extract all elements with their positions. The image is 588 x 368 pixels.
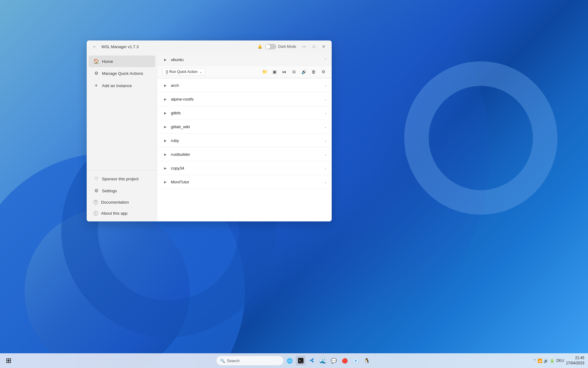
title-bar: ← WSL Manager v1.7.3 🔔 Dark Mode — □ ✕ (87, 40, 332, 53)
run-quick-action-button[interactable]: {} Run Quick Action⌄ (162, 68, 205, 75)
instance-header-ruby[interactable]: ▶ruby⌄ (157, 134, 332, 147)
home-icon: 🏠 (93, 59, 99, 64)
play-icon-MoniTutor[interactable]: ▶ (162, 179, 168, 185)
chevron-icon-gitlab_wiki[interactable]: ⌄ (324, 125, 327, 128)
chevron-icon-arch[interactable]: ⌄ (324, 84, 327, 87)
instance-row-copy34: ▶copy34⌄ (157, 161, 332, 175)
instance-row-arch: ▶arch⌄ (157, 79, 332, 92)
sidebar-item-manage-quick-actions-label: Manage Quick Actions (102, 71, 143, 76)
svg-marker-2 (311, 358, 314, 362)
svg-text:>_: >_ (299, 359, 303, 362)
quick-actions-icon: ⚙ (93, 71, 99, 76)
sidebar-item-add-instance-label: Add an Instance (102, 83, 132, 88)
system-clock[interactable]: 21:45 17/04/2023 (566, 355, 584, 366)
instance-header-gitlab_wiki[interactable]: ▶gitlab_wiki⌄ (157, 120, 332, 133)
taskbar-app-linux[interactable]: 🐧 (362, 356, 372, 366)
sidebar-item-about[interactable]: i About this app (89, 208, 155, 219)
sidebar-item-documentation[interactable]: ? Documentation (89, 197, 155, 208)
chevron-icon-alpine-rootfs[interactable]: ⌄ (324, 98, 327, 101)
chevron-icon-ubuntu[interactable]: ⌃ (324, 58, 327, 61)
play-icon-ruby[interactable]: ▶ (162, 137, 168, 144)
play-icon-rustbuilder[interactable]: ▶ (162, 151, 168, 157)
close-button[interactable]: ✕ (319, 42, 328, 51)
media-icon[interactable]: ⏮ (281, 68, 288, 75)
add-icon: + (93, 82, 99, 89)
taskbar-app-vscode[interactable] (307, 356, 317, 366)
toolbar-icons: 📁▣⏮⧉🔊🗑⚙ (261, 68, 327, 75)
instance-header-gitbfs[interactable]: ▶gitbfs⌄ (157, 106, 332, 120)
instance-row-rustbuilder: ▶rustbuilder⌄ (157, 148, 332, 161)
chevron-icon-gitbfs[interactable]: ⌄ (324, 111, 327, 115)
chevron-icon-MoniTutor[interactable]: ⌄ (324, 180, 327, 184)
taskbar-app-browser[interactable]: 🌐 (285, 356, 295, 366)
heart-icon: ♡ (93, 176, 99, 182)
instance-header-alpine-rootfs[interactable]: ▶alpine-rootfs⌄ (157, 92, 332, 106)
settings-instance-icon[interactable]: ⚙ (320, 68, 327, 75)
duplicate-icon[interactable]: ⧉ (291, 68, 297, 75)
clock-time: 21:45 (566, 355, 584, 361)
tray-language: DEU (556, 358, 564, 363)
tray-network-icon: 📶 (537, 358, 542, 363)
sidebar-item-about-label: About this app (101, 211, 127, 216)
audio-icon[interactable]: 🔊 (300, 68, 307, 75)
taskbar-app-mail[interactable]: 📧 (351, 356, 361, 366)
instance-header-copy34[interactable]: ▶copy34⌄ (157, 161, 332, 175)
notifications-button[interactable]: 🔔 (255, 42, 264, 51)
instance-name-copy34: copy34 (171, 166, 324, 171)
play-icon-gitbfs[interactable]: ▶ (162, 110, 168, 116)
sidebar-item-settings-label: Settings (102, 189, 117, 193)
app-window: ← WSL Manager v1.7.3 🔔 Dark Mode — □ ✕ 🏠 (87, 40, 332, 221)
instance-row-ruby: ▶ruby⌄ (157, 134, 332, 148)
system-tray: ⌃ 📶 🔊 🔋 DEU 21:45 17/04/2023 (533, 355, 584, 366)
instance-header-rustbuilder[interactable]: ▶rustbuilder⌄ (157, 148, 332, 161)
play-icon-ubuntu[interactable]: ▶ (162, 56, 168, 63)
docs-icon: ? (93, 200, 98, 205)
tray-icons: ⌃ 📶 🔊 🔋 (533, 358, 555, 363)
chevron-icon-ruby[interactable]: ⌄ (324, 139, 327, 142)
sidebar-item-add-instance[interactable]: + Add an Instance (89, 79, 155, 92)
sidebar-item-sponsor[interactable]: ♡ Sponsor this project (89, 173, 155, 185)
instance-name-alpine-rootfs: alpine-rootfs (171, 97, 324, 102)
instance-header-arch[interactable]: ▶arch⌄ (157, 79, 332, 92)
dark-mode-switch[interactable] (265, 44, 276, 49)
tray-battery-icon: 🔋 (550, 358, 555, 363)
search-icon: 🔍 (220, 358, 225, 363)
play-icon-copy34[interactable]: ▶ (162, 165, 168, 171)
title-bar-controls: 🔔 Dark Mode — □ ✕ (255, 42, 328, 51)
search-label: Search (227, 358, 239, 363)
tray-chevron[interactable]: ⌃ (533, 359, 536, 363)
search-bar[interactable]: 🔍 Search (216, 356, 284, 366)
sidebar-item-settings[interactable]: ⚙ Settings (89, 185, 155, 197)
delete-icon[interactable]: 🗑 (310, 68, 317, 75)
chevron-icon-copy34[interactable]: ⌄ (324, 167, 327, 170)
taskbar-app-teams[interactable]: 💬 (329, 356, 339, 366)
open-folder-icon[interactable]: 📁 (261, 68, 268, 75)
minimize-button[interactable]: — (300, 42, 308, 51)
dark-mode-label: Dark Mode (278, 44, 296, 49)
clock-date: 17/04/2023 (566, 361, 584, 366)
taskbar-app-terminal[interactable]: >_ (296, 356, 306, 366)
start-button[interactable]: ⊞ (4, 356, 13, 366)
chevron-icon-rustbuilder[interactable]: ⌄ (324, 153, 327, 156)
sidebar-item-home[interactable]: 🏠 Home (89, 56, 155, 67)
back-button[interactable]: ← (90, 42, 99, 51)
sidebar-item-manage-quick-actions[interactable]: ⚙ Manage Quick Actions (89, 67, 155, 79)
taskbar: ⊞ 🔍 Search 🌐 >_ 🌊 💬 🔴 📧 🐧 ⌃ 📶 🔊 🔋 DEU (0, 353, 588, 368)
instance-row-gitlab_wiki: ▶gitlab_wiki⌄ (157, 120, 332, 134)
instance-name-gitlab_wiki: gitlab_wiki (171, 125, 324, 129)
instance-header-MoniTutor[interactable]: ▶MoniTutor⌄ (157, 175, 332, 189)
play-icon-gitlab_wiki[interactable]: ▶ (162, 124, 168, 130)
instance-header-ubuntu[interactable]: ▶ubuntu⌃ (157, 53, 332, 66)
brackets-icon: {} (166, 70, 168, 74)
taskbar-right: ⌃ 📶 🔊 🔋 DEU 21:45 17/04/2023 (533, 355, 584, 366)
settings-icon: ⚙ (93, 188, 99, 194)
play-icon-arch[interactable]: ▶ (162, 82, 168, 88)
maximize-button[interactable]: □ (310, 42, 318, 51)
sidebar-item-sponsor-label: Sponsor this project (102, 177, 138, 181)
dark-mode-toggle[interactable]: Dark Mode (265, 44, 296, 49)
taskbar-app-edge2[interactable]: 🔴 (340, 356, 350, 366)
play-icon-alpine-rootfs[interactable]: ▶ (162, 96, 168, 102)
taskbar-app-edge[interactable]: 🌊 (318, 356, 328, 366)
terminal-icon[interactable]: ▣ (271, 68, 278, 75)
instance-row-alpine-rootfs: ▶alpine-rootfs⌄ (157, 92, 332, 106)
